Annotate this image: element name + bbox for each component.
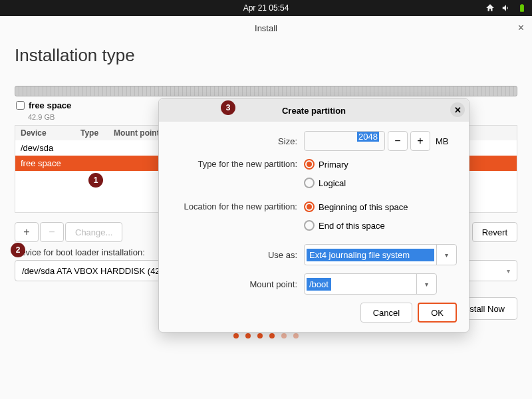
- radio-icon: [304, 178, 315, 188]
- change-partition-button[interactable]: Change...: [65, 222, 122, 242]
- page-title: Installation type: [15, 45, 517, 66]
- window-close-button[interactable]: ×: [518, 22, 524, 34]
- chevron-down-icon: ▾: [416, 274, 436, 294]
- mount-label: Mount point:: [171, 279, 304, 289]
- window-titlebar: Install ×: [0, 16, 532, 40]
- radio-logical[interactable]: Logical: [304, 178, 346, 188]
- window-title: Install: [255, 23, 277, 33]
- legend-label: free space: [29, 100, 71, 110]
- dialog-close-button[interactable]: ✕: [450, 102, 465, 117]
- annotation-1: 1: [88, 173, 103, 188]
- size-unit: MB: [436, 136, 449, 146]
- tray-icons: [485, 3, 527, 13]
- useas-label: Use as:: [171, 250, 304, 260]
- network-icon[interactable]: [485, 3, 495, 13]
- size-input[interactable]: 2048: [304, 131, 385, 151]
- volume-icon[interactable]: [501, 3, 511, 13]
- radio-end[interactable]: End of this space: [304, 220, 385, 231]
- dialog-title: Create partition: [282, 106, 346, 116]
- create-partition-dialog: Create partition ✕ Size: 2048 − + MB Typ…: [158, 98, 469, 332]
- remove-partition-button[interactable]: −: [40, 222, 64, 242]
- col-device: Device: [21, 128, 80, 138]
- annotation-3: 3: [221, 100, 235, 115]
- size-label: Size:: [171, 136, 304, 146]
- cancel-button[interactable]: Cancel: [360, 303, 412, 323]
- disk-usage-bar: [15, 86, 517, 96]
- legend-checkbox[interactable]: [16, 101, 25, 110]
- radio-primary[interactable]: Primary: [304, 159, 348, 170]
- size-increment-button[interactable]: +: [410, 131, 430, 151]
- radio-icon: [304, 159, 315, 170]
- radio-icon: [304, 220, 315, 231]
- dialog-titlebar: Create partition ✕: [159, 99, 469, 122]
- system-topbar: Apr 21 05:54: [0, 0, 532, 16]
- chevron-down-icon: ▾: [507, 267, 510, 275]
- annotation-2: 2: [11, 243, 25, 257]
- ok-button[interactable]: OK: [418, 303, 457, 323]
- progress-dots: [15, 333, 517, 338]
- battery-icon[interactable]: [517, 3, 527, 13]
- size-decrement-button[interactable]: −: [388, 131, 408, 151]
- radio-icon: [304, 201, 315, 212]
- col-mount: Mount point: [114, 128, 160, 138]
- radio-beginning[interactable]: Beginning of this space: [304, 201, 408, 212]
- add-partition-button[interactable]: +: [15, 222, 39, 242]
- chevron-down-icon: ▾: [436, 245, 456, 265]
- clock: Apr 21 05:54: [243, 3, 289, 13]
- type-label: Type for the new partition:: [171, 159, 304, 169]
- location-label: Location for the new partition:: [171, 201, 304, 211]
- useas-select[interactable]: Ext4 journaling file system ▾: [304, 244, 457, 265]
- revert-button[interactable]: Revert: [472, 222, 517, 242]
- mount-point-select[interactable]: /boot ▾: [304, 273, 437, 295]
- col-type: Type: [80, 128, 114, 138]
